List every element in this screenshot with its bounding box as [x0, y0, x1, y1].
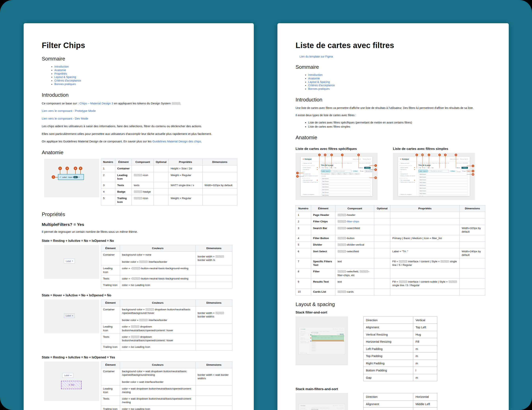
table-header-row: NuméroÉlémentComposantOptionalPropriétés… — [296, 205, 485, 212]
mini-app-header: ★KompazAide & Astuce ▾Prénom Nom ▾ — [398, 157, 470, 161]
sort-value: Element de A - Z ▾ — [365, 170, 372, 172]
toc-list: IntroductionAnatomieLayout & SpacingCrit… — [308, 73, 492, 91]
list-item[interactable]: Introduction — [308, 73, 492, 77]
chip-label: Label — [66, 260, 71, 262]
section-introduction-heading: Introduction — [295, 97, 492, 103]
state1-table: ÉlémentCouleursDimensionsContainerbackgr… — [101, 245, 232, 289]
anatomy-table: NuméroÉlémentComposantOptionalPropriétés… — [295, 205, 492, 295]
toc-heading: Sommaire — [295, 64, 492, 70]
annotation-marker: 3 — [331, 154, 333, 156]
chip-label: Label : Input — [62, 176, 72, 178]
table-row: Textscolor = --button-neutral-basic-back… — [101, 275, 232, 282]
collapse-label: Réduire la navigation — [300, 353, 307, 354]
annotation-marker: 6 — [455, 154, 457, 156]
table-row: 6Sort Select-selectfieldLabel = "Tri :"W… — [296, 248, 485, 258]
annotation-marker: 1 — [472, 165, 474, 167]
sidebar-item: □Compétences — [300, 337, 309, 338]
sidebar-item: □Emplois & tables de succession — [300, 339, 309, 339]
mini-app-header: ★KompazAide & Astuce ▾Prénom Nom ▾ — [299, 327, 345, 330]
list-item[interactable]: Critères d'acceptance — [308, 84, 492, 87]
card-row: Card Content — [418, 187, 468, 189]
check-icon: ✓ — [59, 176, 61, 178]
mini-app-window: ★KompazAide & Astuce ▾Prénom Nom ▾□Table… — [301, 157, 372, 196]
list-item[interactable]: Bonnes pratiques — [308, 87, 492, 91]
annotation-marker: 10 — [374, 177, 377, 179]
list-item[interactable]: Critères d'acceptance — [54, 79, 237, 83]
sidebar-section-label: Professionnalisation — [302, 165, 318, 166]
sidebar-item: □Référentiels et bases de données — [302, 182, 318, 183]
list-item[interactable]: Introduction — [54, 65, 237, 68]
chevron-icon: ▾ — [72, 315, 73, 317]
specific-filters-subheading: Liste de cartes avec filtres spécifiques — [295, 147, 378, 151]
list-item[interactable]: Anatomie — [54, 68, 237, 72]
table-row: Trailing Iconcolor = iso Leading Icon — [101, 406, 232, 410]
table-row: Containerbackground color = noneborder c… — [101, 252, 232, 265]
section-properties-heading: Propriétés — [42, 211, 237, 217]
state1-heading: State = Resting + IsActive = No + IsOpen… — [42, 239, 237, 242]
sidebar-item-label: Référentiels et bases de données — [303, 182, 318, 183]
redacted-token — [139, 261, 148, 263]
sidebar-item: □Tableau de bord — [399, 163, 415, 164]
updated-text: Mis à jour le 12/12/2023 — [337, 331, 344, 332]
redacted-token — [360, 270, 368, 273]
figma-template-link[interactable]: Lien du template sur Figma — [300, 55, 492, 58]
redacted-token — [172, 102, 180, 105]
sidebar-item: □Mon paramétrage — [399, 180, 415, 181]
notification-dot — [317, 169, 318, 170]
card-row: Card Content — [311, 348, 344, 350]
inline-link[interactable]: Chips – Material Design 3 — [79, 102, 113, 105]
filters-toolbar: Label : Input ▾○ Cherchez un élément...≡… — [418, 170, 468, 172]
resize-handle — [343, 335, 344, 336]
mini-page-title: Titre de la page — [418, 164, 468, 166]
tab-item: □ Tab — [318, 334, 320, 335]
list-item[interactable]: Bonnes pratiques — [54, 83, 237, 86]
table-row: Gapm — [363, 374, 437, 381]
resize-handle — [312, 335, 312, 336]
annotation-marker: 4 — [438, 154, 441, 156]
dev-mode-link[interactable]: Lien vers le composant - Dev Mode — [42, 116, 237, 121]
inline-link[interactable]: Guidelines Material Design des chips — [152, 140, 201, 143]
page-title: Liste de cartes avec filtres — [295, 41, 492, 50]
chevron-down-icon: ▾ — [79, 176, 79, 178]
table-row: 4Badge-badge — [101, 189, 237, 195]
redacted-token — [338, 270, 346, 273]
sidebar-item: □Formations — [399, 169, 415, 170]
sidebar-item: □Compétences — [302, 173, 318, 175]
tab-item: □ Tab — [418, 167, 421, 168]
multiplefilters-heading: MultipleFilters? = Yes — [42, 222, 237, 227]
redacted-token — [338, 227, 346, 229]
redacted-token — [399, 280, 408, 283]
list-item[interactable]: Layout & Spacing — [308, 80, 492, 84]
list-item[interactable]: Anatomie — [308, 77, 492, 80]
sidebar-item-icon: □ — [302, 167, 303, 168]
list-item[interactable]: Propriétés — [54, 72, 237, 76]
card-row: Card Content — [311, 347, 344, 348]
sidebar-item-label: Formations — [303, 169, 309, 170]
chip-label: Label — [64, 374, 69, 376]
list-item[interactable]: Layout & Spacing — [54, 75, 237, 79]
annotation-marker: 3 — [428, 154, 430, 156]
prototype-mode-link[interactable]: Lien vers le composant - Prototype Mode — [42, 109, 237, 113]
table-row: Horizontal ResizingFill — [363, 338, 437, 345]
sidebar-item-icon: □ — [302, 163, 303, 164]
results-text: x résultats — [321, 176, 371, 177]
redacted-token — [440, 260, 449, 263]
annotation-marker: 6 — [357, 154, 360, 156]
filter-pill: Filter 4 — [349, 173, 354, 175]
inline-link[interactable]: -filter-chips — [346, 220, 359, 223]
table-header-row: ÉlémentCouleursDimensions — [101, 245, 232, 252]
mini-app-window: ★KompazAide & Astuce ▾Prénom Nom ▾□Table… — [398, 157, 470, 196]
sidebar-item: □Emplois & tables de succession — [399, 175, 415, 177]
stack1-figure: ★KompazAide & Astuce ▾Prénom Nom ▾□Table… — [295, 317, 348, 365]
breadcrumb-path: ⌂ › Footer link › Footer link › Footer l… — [418, 162, 449, 164]
card-row: Card Content — [321, 188, 371, 191]
sidebar-collapse: □Réduire la navigation — [399, 194, 415, 195]
stack2-heading: Stack main-filters-and-sort — [295, 387, 492, 391]
section-layout-heading: Layout & spacing — [295, 301, 492, 308]
tab-item: □ Tab — [325, 167, 328, 168]
sidebar-item-icon: □ — [302, 169, 303, 170]
state2-row: Label▾ ÉlémentCouleursDimensionsContaine… — [44, 299, 237, 350]
swap-icon: ↺ — [68, 384, 70, 386]
updated-text: Mis à jour le 12/12/2023 — [456, 162, 468, 164]
table-row: AlignmentMiddle Left — [363, 400, 437, 408]
